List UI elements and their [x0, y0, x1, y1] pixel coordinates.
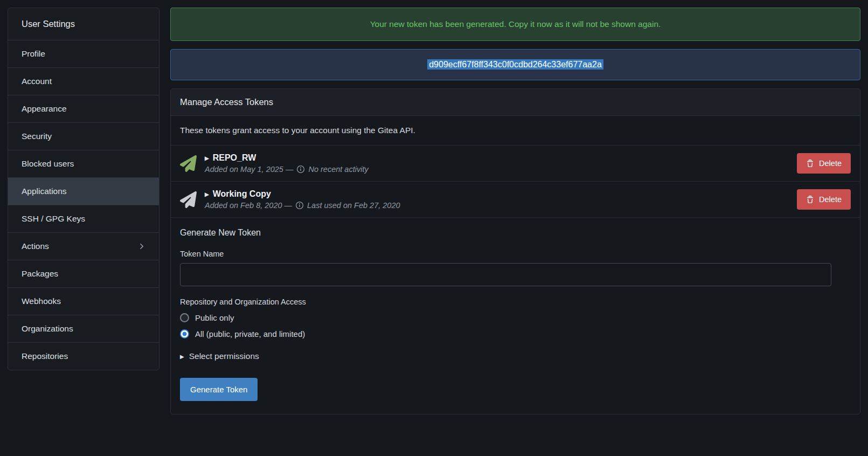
sidebar-item-packages[interactable]: Packages — [8, 260, 159, 287]
token-meta: Added on Feb 8, 2020 — Last used on Feb … — [205, 201, 400, 210]
radio-option-public-only[interactable]: Public only — [180, 313, 851, 322]
token-name-label: Token Name — [180, 250, 851, 258]
sidebar-item-profile[interactable]: Profile — [8, 40, 159, 67]
success-banner: Your new token has been generated. Copy … — [170, 8, 860, 41]
sidebar-item-blocked-users[interactable]: Blocked users — [8, 150, 159, 177]
new-token-value[interactable]: d909ecff67f8ff343c0f0cdbd264c33ef677aa2a — [427, 59, 603, 70]
radio-option-all[interactable]: All (public, private, and limited) — [180, 329, 851, 338]
token-row: ▶ Working Copy Added on Feb 8, 2020 — La… — [171, 182, 860, 218]
sidebar-item-security[interactable]: Security — [8, 122, 159, 150]
sidebar-title: User Settings — [8, 8, 159, 40]
token-name: Working Copy — [213, 189, 271, 199]
token-name: REPO_RW — [213, 153, 256, 163]
trash-icon — [806, 196, 814, 204]
access-tokens-panel: Manage Access Tokens These tokens grant … — [170, 88, 860, 414]
panel-description: These tokens grant access to your accoun… — [171, 116, 860, 146]
info-icon — [296, 165, 305, 174]
token-name-toggle[interactable]: ▶ REPO_RW — [205, 153, 369, 163]
sidebar-item-account[interactable]: Account — [8, 67, 159, 95]
repo-org-access-label: Repository and Organization Access — [180, 298, 851, 306]
paper-plane-icon — [180, 155, 197, 172]
sidebar-item-repositories[interactable]: Repositories — [8, 342, 159, 370]
token-row: ▶ REPO_RW Added on May 1, 2025 — No rece… — [171, 146, 860, 182]
sidebar-item-actions[interactable]: Actions — [8, 232, 159, 260]
expand-triangle-icon: ▶ — [180, 354, 184, 360]
paper-plane-icon — [180, 191, 197, 208]
generate-token-section: Generate New Token Token Name Repository… — [171, 218, 860, 414]
info-icon — [295, 201, 304, 210]
sidebar-item-applications[interactable]: Applications — [8, 177, 159, 205]
generate-token-button[interactable]: Generate Token — [180, 378, 258, 401]
token-name-input[interactable] — [180, 263, 831, 286]
radio-unselected-icon[interactable] — [180, 313, 189, 322]
delete-token-button[interactable]: Delete — [797, 153, 851, 174]
token-info: ▶ Working Copy Added on Feb 8, 2020 — La… — [205, 189, 400, 210]
sidebar-item-webhooks[interactable]: Webhooks — [8, 287, 159, 315]
chevron-right-icon — [138, 243, 145, 250]
success-banner-message: Your new token has been generated. Copy … — [370, 19, 661, 29]
expand-triangle-icon: ▶ — [205, 155, 209, 161]
sidebar-item-ssh-gpg-keys[interactable]: SSH / GPG Keys — [8, 205, 159, 232]
delete-token-button[interactable]: Delete — [797, 189, 851, 210]
radio-selected-icon[interactable] — [180, 329, 189, 338]
trash-icon — [806, 160, 814, 168]
sidebar-item-appearance[interactable]: Appearance — [8, 95, 159, 122]
select-permissions-toggle[interactable]: ▶ Select permissions — [180, 351, 851, 361]
token-info: ▶ REPO_RW Added on May 1, 2025 — No rece… — [205, 153, 369, 174]
generate-token-heading: Generate New Token — [180, 228, 851, 238]
expand-triangle-icon: ▶ — [205, 191, 209, 197]
token-name-toggle[interactable]: ▶ Working Copy — [205, 189, 400, 199]
settings-sidebar: User Settings Profile Account Appearance… — [8, 8, 159, 370]
main-content: Your new token has been generated. Copy … — [170, 8, 860, 414]
new-token-box: d909ecff67f8ff343c0f0cdbd264c33ef677aa2a — [170, 49, 860, 80]
panel-header: Manage Access Tokens — [171, 89, 860, 116]
sidebar-item-organizations[interactable]: Organizations — [8, 315, 159, 342]
settings-page: User Settings Profile Account Appearance… — [0, 0, 868, 422]
token-meta: Added on May 1, 2025 — No recent activit… — [205, 165, 369, 174]
